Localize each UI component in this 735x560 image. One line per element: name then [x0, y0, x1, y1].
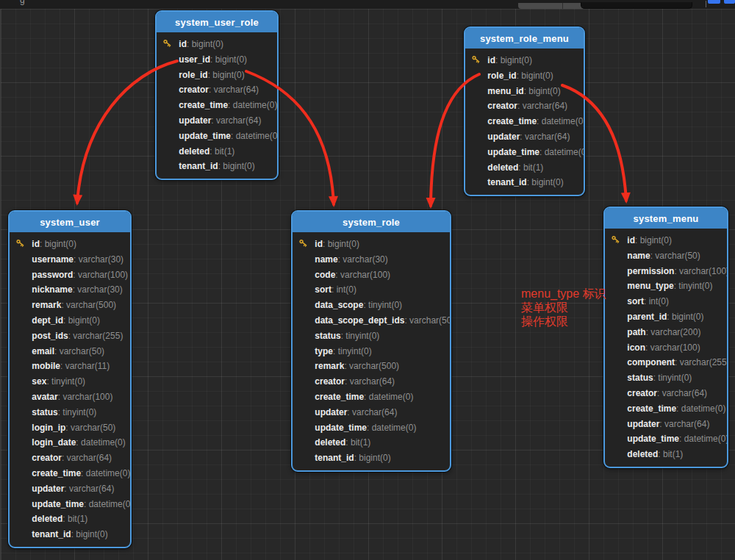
- field-type: : datetime(0): [228, 100, 277, 110]
- entity-field-row[interactable]: create_time: datetime(0): [605, 401, 727, 417]
- entity-field-row[interactable]: post_ids: varchar(255): [10, 329, 130, 344]
- entity-field-row[interactable]: creator: varchar(64): [465, 98, 584, 114]
- entity-field-row[interactable]: update_time: datetime(0): [293, 420, 450, 436]
- entity-field-row[interactable]: tenant_id: bigint(0): [293, 450, 450, 466]
- entity-field-row[interactable]: create_time: datetime(0): [157, 98, 277, 113]
- entity-system_user[interactable]: system_user id: bigint(0): [8, 210, 132, 548]
- entity-field-row[interactable]: data_scope: tinyint(0): [293, 298, 450, 313]
- field-type: : varchar(500): [404, 315, 450, 326]
- entity-field-row[interactable]: id: bigint(0): [293, 237, 450, 252]
- field-type: : bit(1): [518, 162, 543, 173]
- entity-field-row[interactable]: update_time: datetime(0): [157, 129, 277, 144]
- entity-field-row[interactable]: creator: varchar(64): [10, 450, 130, 466]
- entity-field-row[interactable]: update_time: datetime(0): [465, 145, 584, 160]
- entity-field-row[interactable]: creator: varchar(64): [605, 386, 727, 401]
- toolbar-segmented-control[interactable]: [518, 3, 588, 9]
- entity-header[interactable]: system_role_menu: [465, 28, 584, 49]
- entity-field-row[interactable]: component: varchar(255): [605, 355, 727, 370]
- entity-field-row[interactable]: deleted: bit(1): [605, 447, 727, 462]
- entity-field-row[interactable]: deleted: bit(1): [157, 144, 277, 159]
- entity-field-row[interactable]: menu_id: bigint(0): [465, 84, 584, 99]
- entity-field-row[interactable]: sort: int(0): [605, 294, 727, 309]
- entity-field-row[interactable]: menu_type: tinyint(0): [605, 279, 727, 294]
- entity-field-row[interactable]: creator: varchar(64): [157, 82, 277, 98]
- entity-field-row[interactable]: remark: varchar(500): [10, 298, 130, 313]
- er-diagram-canvas[interactable]: system_user_role id: bigint(0): [0, 9, 735, 560]
- entity-field-row[interactable]: tenant_id: bigint(0): [465, 175, 584, 190]
- entity-field-row[interactable]: avatar: varchar(100): [10, 390, 130, 405]
- entity-field-row[interactable]: permission: varchar(100): [605, 264, 727, 279]
- entity-field-row[interactable]: id: bigint(0): [10, 237, 130, 252]
- entity-header[interactable]: system_role: [293, 212, 450, 232]
- entity-field-row[interactable]: password: varchar(100): [10, 268, 130, 283]
- entity-field-row[interactable]: sort: int(0): [293, 282, 450, 298]
- entity-field-row[interactable]: updater: varchar(64): [10, 481, 130, 497]
- entity-field-row[interactable]: updater: varchar(64): [157, 113, 277, 129]
- entity-field-row[interactable]: dept_id: bigint(0): [10, 313, 130, 329]
- entity-field-row[interactable]: remark: varchar(500): [293, 359, 450, 374]
- entity-system_user_role[interactable]: system_user_role id: bigint(0): [155, 10, 279, 180]
- primary-key-icon: [611, 234, 621, 244]
- entity-field-row[interactable]: icon: varchar(100): [605, 340, 727, 356]
- entity-field-row[interactable]: create_time: datetime(0): [293, 390, 450, 405]
- entity-field-row[interactable]: status: tinyint(0): [10, 405, 130, 420]
- field-name: creator: [627, 388, 657, 398]
- entity-field-row[interactable]: creator: varchar(64): [293, 374, 450, 390]
- entity-field-row[interactable]: type: tinyint(0): [293, 344, 450, 359]
- entity-field-row[interactable]: name: varchar(50): [605, 248, 727, 264]
- entity-system_role_menu[interactable]: system_role_menu id: bigint(0): [464, 26, 585, 196]
- entity-field-row[interactable]: parent_id: bigint(0): [605, 309, 727, 325]
- entity-field-row[interactable]: id: bigint(0): [465, 53, 584, 68]
- entity-field-row[interactable]: updater: varchar(64): [605, 417, 727, 432]
- entity-field-row[interactable]: deleted: bit(1): [10, 511, 130, 527]
- entity-field-row[interactable]: mobile: varchar(11): [10, 359, 130, 374]
- entity-field-row[interactable]: deleted: bit(1): [293, 435, 450, 450]
- entity-field-row[interactable]: deleted: bit(1): [465, 160, 584, 176]
- toolbar-search-field[interactable]: [581, 2, 692, 9]
- entity-field-row[interactable]: role_id: bigint(0): [157, 68, 277, 83]
- field-name: code: [315, 270, 335, 280]
- entity-field-row[interactable]: nickname: varchar(30): [10, 282, 130, 298]
- entity-header[interactable]: system_menu: [605, 208, 727, 229]
- entity-field-row[interactable]: status: tinyint(0): [293, 329, 450, 344]
- field-name: create_time: [315, 392, 364, 402]
- field-type: : varchar(64): [64, 484, 114, 494]
- toolbar-primary-button[interactable]: [708, 0, 720, 4]
- entity-field-row[interactable]: username: varchar(30): [10, 252, 130, 268]
- entity-field-row[interactable]: user_id: bigint(0): [157, 52, 277, 68]
- entity-field-row[interactable]: updater: varchar(64): [465, 129, 584, 145]
- entity-field-row[interactable]: status: tinyint(0): [605, 370, 727, 386]
- entity-field-row[interactable]: data_scope_dept_ids: varchar(500): [293, 313, 450, 329]
- entity-field-row[interactable]: update_time: datetime(0): [605, 431, 727, 447]
- field-name: mobile: [32, 361, 60, 371]
- entity-field-row[interactable]: id: bigint(0): [605, 233, 727, 248]
- entity-field-row[interactable]: tenant_id: bigint(0): [157, 159, 277, 174]
- field-type: : varchar(30): [73, 284, 123, 295]
- entity-field-row[interactable]: name: varchar(30): [293, 252, 450, 268]
- entity-system_menu[interactable]: system_menu id: bigint(0): [603, 207, 728, 468]
- entity-field-row[interactable]: id: bigint(0): [157, 37, 277, 52]
- entity-field-row[interactable]: create_time: datetime(0): [10, 466, 130, 481]
- field-name: post_ids: [32, 331, 68, 341]
- entity-field-row[interactable]: login_date: datetime(0): [10, 435, 130, 450]
- entity-field-row[interactable]: login_ip: varchar(50): [10, 420, 130, 436]
- entity-field-row[interactable]: sex: tinyint(0): [10, 374, 130, 390]
- field-type: : int(0): [331, 284, 356, 295]
- entity-field-row[interactable]: update_time: datetime(0): [10, 497, 130, 512]
- toolbar-secondary-button[interactable]: [724, 0, 735, 4]
- field-name: permission: [627, 266, 674, 276]
- field-type: : datetime(0): [81, 468, 130, 478]
- entity-system_role[interactable]: system_role id: bigint(0): [291, 210, 451, 472]
- entity-field-row[interactable]: create_time: datetime(0): [465, 114, 584, 129]
- entity-field-row[interactable]: path: varchar(200): [605, 325, 727, 340]
- entity-field-row[interactable]: code: varchar(100): [293, 268, 450, 283]
- entity-header[interactable]: system_user_role: [157, 12, 277, 32]
- field-type: : bigint(0): [208, 70, 245, 80]
- primary-key-icon: [298, 238, 309, 248]
- entity-field-row[interactable]: role_id: bigint(0): [465, 68, 584, 84]
- field-name: login_ip: [32, 423, 65, 433]
- entity-header[interactable]: system_user: [10, 212, 130, 232]
- entity-field-row[interactable]: updater: varchar(64): [293, 405, 450, 420]
- entity-field-row[interactable]: tenant_id: bigint(0): [10, 527, 130, 542]
- entity-field-row[interactable]: email: varchar(50): [10, 344, 130, 359]
